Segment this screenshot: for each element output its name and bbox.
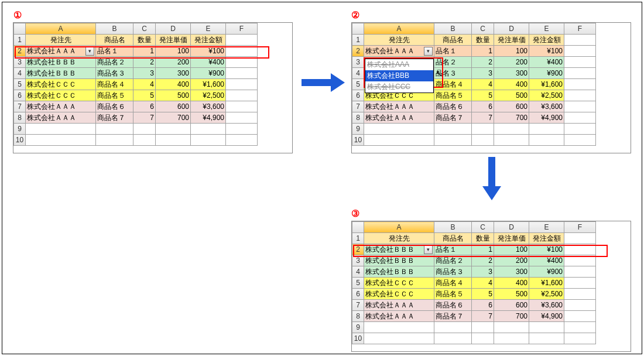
col-header-A[interactable]: A [26,23,96,35]
cell-F8[interactable] [564,112,596,124]
cell-E4[interactable]: ¥900 [529,68,564,79]
cell-A4[interactable]: 株式会社ＢＢＢ [364,266,434,278]
row-header-7[interactable]: 7 [352,300,364,311]
cell-F10[interactable] [564,135,596,146]
cell-A3[interactable]: 株式会社ＢＢＢ [26,57,96,68]
cell-F3[interactable] [564,255,596,266]
col-header-D[interactable]: D [494,23,529,35]
cell-D7[interactable]: 600 [494,101,529,112]
cell-B9[interactable] [96,124,133,135]
cell-E2[interactable]: ¥100 [529,244,564,255]
dropdown-button[interactable]: ▾ [85,47,94,56]
cell-D4[interactable]: 300 [494,68,529,79]
cell-A6[interactable]: 株式会社ＣＣＣ [26,90,96,101]
cell-B2[interactable]: 品名１ [96,46,133,57]
cell-A7[interactable]: 株式会社ＡＡＡ [364,101,434,112]
col-header-C[interactable]: C [133,23,156,35]
col-header-A[interactable]: A [364,222,434,233]
row-header-7[interactable]: 7 [14,101,26,112]
col-header-E[interactable]: E [529,23,564,35]
cell-D10[interactable] [156,135,191,146]
cell-A6[interactable]: 株式会社ＣＣＣ [364,289,434,300]
row-header-6[interactable]: 6 [14,90,26,101]
cell-E5[interactable]: ¥1,600 [529,79,564,90]
cell-C3[interactable]: 2 [472,57,494,68]
select-all-corner[interactable] [14,23,26,35]
cell-F5[interactable] [564,278,596,289]
row-header-8[interactable]: 8 [14,112,26,124]
cell-F10[interactable] [564,333,596,344]
row-header-10[interactable]: 10 [352,333,364,344]
cell-B5[interactable]: 商品名４ [434,79,472,90]
cell-B5[interactable]: 商品名４ [96,79,133,90]
cell-B4[interactable]: 商品名３ [96,68,133,79]
cell-E4[interactable]: ¥900 [529,266,564,278]
cell-B3[interactable]: 品名２ [434,57,472,68]
cell-C5[interactable]: 4 [472,278,494,289]
cell-B7[interactable]: 商品名６ [96,101,133,112]
cell-F3[interactable] [564,57,596,68]
cell-E7[interactable]: ¥3,600 [191,101,226,112]
row-header-4[interactable]: 4 [352,68,364,79]
cell-D9[interactable] [494,322,529,333]
cell-E3[interactable]: ¥400 [191,57,226,68]
cell-D2[interactable]: 100 [494,46,529,57]
dropdown-option[interactable]: 株式会社CCC [365,81,433,93]
row-header-9[interactable]: 9 [352,124,364,135]
row-header-1[interactable]: 1 [352,233,364,244]
cell-C6[interactable]: 5 [472,289,494,300]
cell-D8[interactable]: 700 [494,112,529,124]
cell-D9[interactable] [494,124,529,135]
row-header-2[interactable]: 2 [352,244,364,255]
cell-E6[interactable]: ¥2,500 [529,289,564,300]
cell-A10[interactable] [26,135,96,146]
cell-C10[interactable] [472,135,494,146]
cell-C2[interactable]: 1 [472,244,494,255]
cell-E7[interactable]: ¥3,600 [529,101,564,112]
cell-B2[interactable]: 品名１ [434,46,472,57]
col-header-D[interactable]: D [494,222,529,233]
cell-D5[interactable]: 400 [494,79,529,90]
row-header-2[interactable]: 2 [14,46,26,57]
cell-C5[interactable]: 4 [472,79,494,90]
cell-E9[interactable] [529,124,564,135]
cell-F1[interactable] [226,35,258,46]
cell-A9[interactable] [364,124,434,135]
cell-B7[interactable]: 商品名６ [434,300,472,311]
cell-F5[interactable] [564,79,596,90]
cell-E9[interactable] [191,124,226,135]
cell-E7[interactable]: ¥3,600 [529,300,564,311]
row-header-6[interactable]: 6 [352,289,364,300]
cell-F3[interactable] [226,57,258,68]
cell-B7[interactable]: 商品名６ [434,101,472,112]
row-header-3[interactable]: 3 [352,57,364,68]
cell-C8[interactable]: 7 [472,112,494,124]
col-header-F[interactable]: F [226,23,258,35]
cell-F8[interactable] [226,112,258,124]
cell-F6[interactable] [226,90,258,101]
cell-A10[interactable] [364,135,434,146]
cell-F4[interactable] [564,266,596,278]
cell-D3[interactable]: 200 [494,57,529,68]
cell-E8[interactable]: ¥4,900 [191,112,226,124]
cell-B8[interactable]: 商品名７ [434,112,472,124]
row-header-3[interactable]: 3 [352,255,364,266]
grid[interactable]: ABCDEF1発注先商品名数量発注単価発注金額2株式会社ＢＢＢ▾品名１1100¥… [352,221,596,344]
row-header-5[interactable]: 5 [352,79,364,90]
dropdown-option[interactable]: 株式会社BBB [365,70,433,81]
row-header-9[interactable]: 9 [352,322,364,333]
cell-E10[interactable] [529,333,564,344]
cell-A3[interactable]: 株式会社ＢＢＢ [364,255,434,266]
cell-B10[interactable] [434,135,472,146]
cell-A4[interactable]: 株式会社ＢＢＢ [26,68,96,79]
cell-C8[interactable]: 7 [472,311,494,322]
cell-A5[interactable]: 株式会社ＣＣＣ [26,79,96,90]
cell-C3[interactable]: 2 [472,255,494,266]
cell-C8[interactable]: 7 [133,112,156,124]
cell-D3[interactable]: 200 [156,57,191,68]
row-header-1[interactable]: 1 [352,35,364,46]
row-header-5[interactable]: 5 [14,79,26,90]
col-header-C[interactable]: C [472,23,494,35]
col-header-B[interactable]: B [434,23,472,35]
cell-A10[interactable] [364,333,434,344]
